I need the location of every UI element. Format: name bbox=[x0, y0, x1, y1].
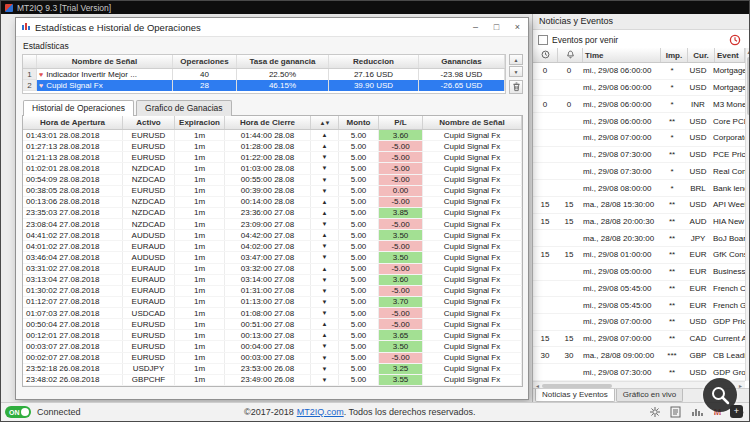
news-event-row[interactable]: mi., 29/08 06:00:00**USDCore PCE Prices … bbox=[533, 113, 745, 130]
news-event-row[interactable]: 00mi., 29/08 06:00:00*INRM3 Money Supply bbox=[533, 96, 745, 113]
maximize-button[interactable]: □ bbox=[486, 22, 507, 32]
stats-column-header[interactable]: Reduccion bbox=[329, 55, 419, 68]
upcoming-events-checkbox[interactable] bbox=[538, 35, 548, 45]
power-toggle[interactable]: ON bbox=[5, 406, 31, 418]
delete-signal-button[interactable] bbox=[509, 80, 523, 94]
trade-row[interactable]: 01:21:13 28.08.2018EURUSD1m01:22:00 28.0… bbox=[23, 152, 522, 163]
importance-column-header[interactable]: Imp. bbox=[661, 48, 688, 62]
amount-cell: 5.00 bbox=[339, 319, 379, 329]
history-column-header[interactable]: Expiracion bbox=[175, 116, 225, 129]
news-event-row[interactable]: 1515mi., 29/08 07:00:00**CADCurrent Acco… bbox=[533, 331, 745, 348]
trade-row[interactable]: 23:52:18 26.08.2018USDJPY1m23:53:00 26.0… bbox=[23, 364, 522, 375]
alarm-minutes-cell bbox=[533, 281, 557, 297]
scrollbar-thumb[interactable] bbox=[542, 384, 612, 388]
signal-row[interactable]: 1♥Indicador Invertir Mejor ...4022.50%27… bbox=[23, 69, 505, 80]
trade-row[interactable]: 01:02:01 28.08.2018NZDCAD1m01:03:00 28.0… bbox=[23, 163, 522, 174]
news-event-row[interactable]: ma., 28/08 20:30:00**JPYBoJ Board Member… bbox=[533, 230, 745, 247]
event-column-header[interactable]: Event bbox=[715, 48, 745, 62]
news-icon[interactable] bbox=[669, 406, 682, 419]
news-event-row[interactable]: mi., 29/08 05:45:00**EURFrench Consumer … bbox=[533, 281, 745, 298]
trade-row[interactable]: 00:02:07 27.08.2018EURUSD1m00:03:00 27.0… bbox=[23, 353, 522, 364]
amount-cell: 5.00 bbox=[339, 175, 379, 185]
signal-row[interactable]: 2♥Cupid Signal Fx2846.15%39.90 USD-26.65… bbox=[23, 80, 505, 91]
stats-column-header[interactable]: Ganancias bbox=[419, 55, 505, 68]
history-column-header[interactable]: Nombre de Señal bbox=[423, 116, 522, 129]
settings-gear-icon[interactable] bbox=[648, 406, 661, 419]
trade-row[interactable]: 01:30:02 27.08.2018EURAUD1m01:31:00 27.0… bbox=[23, 286, 522, 297]
time-column-header[interactable]: Time bbox=[583, 48, 661, 62]
trade-row[interactable]: 03:13:04 27.08.2018EURAUD1m03:14:00 27.0… bbox=[23, 275, 522, 286]
stats-column-header[interactable]: Operaciones bbox=[173, 55, 237, 68]
news-event-row[interactable]: mi., 29/08 07:30:00**USDPCE Prices QoQ bbox=[533, 147, 745, 164]
alarm-clock-icon[interactable] bbox=[729, 34, 741, 46]
scroll-up-icon[interactable]: ▲ bbox=[747, 48, 750, 56]
news-vertical-scrollbar[interactable]: ▲ bbox=[745, 48, 750, 381]
news-event-row[interactable]: 00mi., 29/08 06:00:00*USDMortgage Market… bbox=[533, 63, 745, 80]
signal-move-down-button[interactable]: ▼ bbox=[509, 66, 523, 77]
currency-cell: EUR bbox=[685, 247, 711, 263]
news-event-row[interactable]: 1515mi., 29/08 01:00:00**EURGfK Consumer… bbox=[533, 247, 745, 264]
news-panel-title: Noticias y Eventos bbox=[533, 14, 750, 30]
amount-cell: 5.00 bbox=[339, 130, 379, 140]
sort-column-header[interactable]: ▲▼ bbox=[311, 116, 339, 129]
open-time-cell: 03:46:04 27.08.2018 bbox=[23, 252, 123, 262]
news-event-row[interactable]: 3030ma., 28/08 09:00:00***GBPCB Leading … bbox=[533, 347, 745, 364]
website-link[interactable]: MT2IQ.com bbox=[297, 407, 344, 417]
history-column-header[interactable]: Hora de Apertura bbox=[23, 116, 123, 129]
news-event-row[interactable]: mi., 29/08 07:00:00**USDGDP Price Index … bbox=[533, 314, 745, 331]
history-column-header[interactable]: Activo bbox=[123, 116, 175, 129]
amount-cell: 5.00 bbox=[339, 375, 379, 385]
trade-row[interactable]: 04:01:02 27.08.2018EURAUD1m04:02:00 27.0… bbox=[23, 241, 522, 252]
alarm-minutes-cell bbox=[533, 130, 557, 146]
trade-row[interactable]: 03:46:04 27.08.2018AUDUSD1m03:47:00 27.0… bbox=[23, 252, 522, 263]
alarm-column-header[interactable] bbox=[533, 48, 558, 62]
trade-row[interactable]: 01:43:01 28.08.2018EURUSD1m01:44:00 28.0… bbox=[23, 130, 522, 141]
news-event-row[interactable]: 1515ma., 28/08 20:00:30**AUDHIA New Home… bbox=[533, 214, 745, 231]
trade-row[interactable]: 01:27:13 28.08.2018EURUSD1m01:28:00 28.0… bbox=[23, 141, 522, 152]
news-event-row[interactable]: mi., 29/08 07:00:00*USDCorporate Profits… bbox=[533, 130, 745, 147]
trade-row[interactable]: 00:03:07 27.08.2018EURUSD1m00:04:00 27.0… bbox=[23, 341, 522, 352]
trade-row[interactable]: 03:31:02 27.08.2018EURAUD1m03:32:00 27.0… bbox=[23, 264, 522, 275]
notification-column-header[interactable] bbox=[558, 48, 583, 62]
news-event-row[interactable]: 1515ma., 28/08 15:30:00**USDAPI Weekly C… bbox=[533, 197, 745, 214]
dialog-titlebar[interactable]: Estadísticas e Historial de Operaciones … bbox=[16, 18, 528, 37]
currency-cell: USD bbox=[685, 80, 711, 96]
news-event-row[interactable]: mi., 29/08 05:45:00**EURFrench GDP Growt… bbox=[533, 297, 745, 314]
minimize-button[interactable]: – bbox=[465, 22, 486, 32]
trade-row[interactable]: 23:08:04 27.08.2018NZDCAD1m23:09:00 27.0… bbox=[23, 219, 522, 230]
currency-column-header[interactable]: Cur. bbox=[688, 48, 715, 62]
tab-historial-de-operaciones[interactable]: Historial de Operaciones bbox=[23, 100, 134, 116]
trade-row[interactable]: 00:12:01 27.08.2018EURUSD1m00:13:00 27.0… bbox=[23, 330, 522, 341]
expiration-cell: 1m bbox=[175, 208, 225, 218]
trade-row[interactable]: 23:35:03 27.08.2018NZDCAD1m23:36:00 27.0… bbox=[23, 208, 522, 219]
trade-row[interactable]: 01:07:03 27.08.2018USDCAD1m01:08:00 27.0… bbox=[23, 308, 522, 319]
trade-row[interactable]: 00:13:06 28.08.2018NZDCAD1m00:14:00 28.0… bbox=[23, 197, 522, 208]
news-event-row[interactable]: mi., 29/08 06:00:00*USDMortgage Refinanc… bbox=[533, 80, 745, 97]
direction-cell: ▼ bbox=[311, 186, 339, 196]
history-column-header[interactable]: P/L bbox=[379, 116, 423, 129]
bell-icon bbox=[566, 50, 575, 61]
trade-row[interactable]: 00:50:04 27.08.2018EURUSD1m00:51:00 27.0… bbox=[23, 319, 522, 330]
trade-row[interactable]: 00:38:05 28.08.2018EURUSD1m00:39:00 28.0… bbox=[23, 186, 522, 197]
signal-move-up-button[interactable]: ▲ bbox=[509, 54, 523, 65]
trade-row[interactable]: 23:48:02 26.08.2018GBPCHF1m23:49:00 26.0… bbox=[23, 375, 522, 386]
statistics-section-label: Estadísticas bbox=[23, 41, 523, 51]
trade-row[interactable]: 04:41:02 27.08.2018AUDUSD1m04:42:00 27.0… bbox=[23, 230, 522, 241]
close-button[interactable]: × bbox=[507, 22, 528, 32]
put-arrow-icon: ▼ bbox=[322, 366, 328, 372]
amount-cell: 5.00 bbox=[339, 141, 379, 151]
trade-row[interactable]: 00:54:09 28.08.2018NZDCAD1m00:55:00 28.0… bbox=[23, 175, 522, 186]
stats-column-header[interactable]: Nombre de Señal bbox=[37, 55, 173, 68]
trade-row[interactable]: 01:12:07 27.08.2018EURAUD1m01:13:00 27.0… bbox=[23, 297, 522, 308]
news-event-row[interactable]: mi., 29/08 07:30:00*USDReal Consumer Spe… bbox=[533, 163, 745, 180]
tab-noticias-y-eventos[interactable]: Noticias y Eventos bbox=[535, 389, 615, 402]
news-event-row[interactable]: mi., 29/08 08:00:00*BRLBank lending MoM bbox=[533, 180, 745, 197]
history-column-header[interactable]: Monto bbox=[339, 116, 379, 129]
tab-grafico-de-ganancias[interactable]: Grafico de Ganacias bbox=[136, 100, 231, 116]
chart-icon[interactable] bbox=[690, 406, 703, 419]
history-column-header[interactable]: Hora de Cierre bbox=[225, 116, 311, 129]
close-time-cell: 00:13:00 27.08 bbox=[225, 330, 311, 340]
news-event-row[interactable]: mi., 29/08 05:00:00**EURBusiness Confide… bbox=[533, 264, 745, 281]
tab-grafico-en-vivo[interactable]: Gráfico en vivo bbox=[616, 389, 683, 402]
stats-column-header[interactable]: Tasa de ganancia bbox=[237, 55, 329, 68]
